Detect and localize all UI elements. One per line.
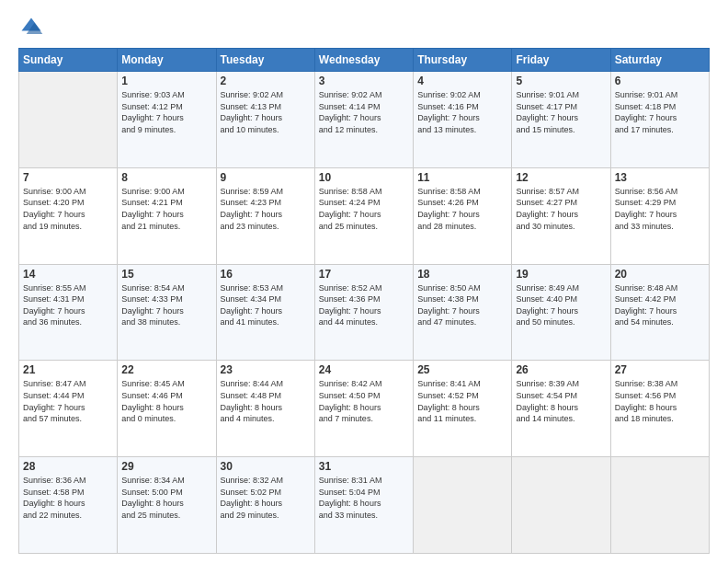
day-cell: 12Sunrise: 8:57 AM Sunset: 4:27 PM Dayli… [512,167,610,264]
day-cell: 10Sunrise: 8:58 AM Sunset: 4:24 PM Dayli… [314,167,413,264]
day-info: Sunrise: 8:39 AM Sunset: 4:54 PM Dayligh… [516,378,606,424]
day-info: Sunrise: 9:02 AM Sunset: 4:14 PM Dayligh… [319,89,409,135]
day-cell: 7Sunrise: 9:00 AM Sunset: 4:20 PM Daylig… [19,167,118,264]
header [18,15,710,40]
day-number: 16 [221,268,311,281]
day-number: 13 [615,171,705,184]
day-info: Sunrise: 9:02 AM Sunset: 4:13 PM Dayligh… [221,89,311,135]
day-cell: 11Sunrise: 8:58 AM Sunset: 4:26 PM Dayli… [414,167,512,264]
day-info: Sunrise: 8:47 AM Sunset: 4:44 PM Dayligh… [23,378,113,424]
day-cell [610,457,709,554]
day-cell: 30Sunrise: 8:32 AM Sunset: 5:02 PM Dayli… [216,457,314,554]
day-info: Sunrise: 8:44 AM Sunset: 4:48 PM Dayligh… [221,378,311,424]
day-number: 24 [319,363,409,376]
day-cell [512,457,610,554]
day-number: 25 [417,363,507,376]
day-number: 17 [319,268,409,281]
day-info: Sunrise: 9:00 AM Sunset: 4:21 PM Dayligh… [121,186,211,232]
day-cell: 13Sunrise: 8:56 AM Sunset: 4:29 PM Dayli… [610,167,709,264]
day-info: Sunrise: 8:34 AM Sunset: 5:00 PM Dayligh… [121,475,211,521]
day-info: Sunrise: 9:01 AM Sunset: 4:17 PM Dayligh… [516,89,606,135]
logo [18,15,48,40]
day-number: 11 [417,171,507,184]
day-info: Sunrise: 8:36 AM Sunset: 4:58 PM Dayligh… [23,475,113,521]
day-info: Sunrise: 8:59 AM Sunset: 4:23 PM Dayligh… [221,186,311,232]
day-cell: 20Sunrise: 8:48 AM Sunset: 4:42 PM Dayli… [610,264,709,361]
day-cell: 8Sunrise: 9:00 AM Sunset: 4:21 PM Daylig… [118,167,216,264]
day-number: 2 [221,75,311,87]
day-number: 5 [516,75,606,87]
day-header-friday: Friday [512,49,610,72]
day-number: 3 [319,75,409,87]
day-cell: 27Sunrise: 8:38 AM Sunset: 4:56 PM Dayli… [610,361,709,457]
day-cell: 1Sunrise: 9:03 AM Sunset: 4:12 PM Daylig… [118,72,216,168]
day-number: 26 [516,363,606,376]
day-info: Sunrise: 8:57 AM Sunset: 4:27 PM Dayligh… [516,186,606,232]
week-row-2: 14Sunrise: 8:55 AM Sunset: 4:31 PM Dayli… [19,264,710,361]
day-info: Sunrise: 8:38 AM Sunset: 4:56 PM Dayligh… [615,378,705,424]
day-cell: 21Sunrise: 8:47 AM Sunset: 4:44 PM Dayli… [19,361,118,457]
day-info: Sunrise: 8:58 AM Sunset: 4:24 PM Dayligh… [319,186,409,232]
day-info: Sunrise: 9:02 AM Sunset: 4:16 PM Dayligh… [417,89,507,135]
day-info: Sunrise: 8:50 AM Sunset: 4:38 PM Dayligh… [417,282,507,328]
day-header-thursday: Thursday [414,49,512,72]
day-cell: 29Sunrise: 8:34 AM Sunset: 5:00 PM Dayli… [118,457,216,554]
day-info: Sunrise: 8:49 AM Sunset: 4:40 PM Dayligh… [516,282,606,328]
day-number: 15 [121,268,211,281]
day-cell: 3Sunrise: 9:02 AM Sunset: 4:14 PM Daylig… [314,72,413,168]
day-number: 9 [221,171,311,184]
day-info: Sunrise: 8:58 AM Sunset: 4:26 PM Dayligh… [417,186,507,232]
day-info: Sunrise: 8:32 AM Sunset: 5:02 PM Dayligh… [221,475,311,521]
day-cell [414,457,512,554]
day-cell: 4Sunrise: 9:02 AM Sunset: 4:16 PM Daylig… [414,72,512,168]
day-number: 1 [121,75,211,87]
day-info: Sunrise: 8:55 AM Sunset: 4:31 PM Dayligh… [23,282,113,328]
day-cell: 28Sunrise: 8:36 AM Sunset: 4:58 PM Dayli… [19,457,118,554]
day-number: 23 [221,363,311,376]
day-number: 8 [121,171,211,184]
week-row-4: 28Sunrise: 8:36 AM Sunset: 4:58 PM Dayli… [19,457,710,554]
day-cell: 31Sunrise: 8:31 AM Sunset: 5:04 PM Dayli… [314,457,413,554]
week-row-0: 1Sunrise: 9:03 AM Sunset: 4:12 PM Daylig… [19,72,710,168]
day-info: Sunrise: 8:48 AM Sunset: 4:42 PM Dayligh… [615,282,705,328]
day-number: 22 [121,363,211,376]
day-number: 10 [319,171,409,184]
day-number: 18 [417,268,507,281]
day-info: Sunrise: 8:31 AM Sunset: 5:04 PM Dayligh… [319,475,409,521]
day-header-tuesday: Tuesday [216,49,314,72]
day-number: 6 [615,75,705,87]
week-row-3: 21Sunrise: 8:47 AM Sunset: 4:44 PM Dayli… [19,361,710,457]
day-number: 4 [417,75,507,87]
day-info: Sunrise: 8:52 AM Sunset: 4:36 PM Dayligh… [319,282,409,328]
day-info: Sunrise: 8:56 AM Sunset: 4:29 PM Dayligh… [615,186,705,232]
day-info: Sunrise: 9:01 AM Sunset: 4:18 PM Dayligh… [615,89,705,135]
day-cell: 16Sunrise: 8:53 AM Sunset: 4:34 PM Dayli… [216,264,314,361]
day-number: 7 [23,171,113,184]
day-cell: 6Sunrise: 9:01 AM Sunset: 4:18 PM Daylig… [610,72,709,168]
day-header-sunday: Sunday [19,49,118,72]
logo-icon [18,15,44,40]
day-number: 19 [516,268,606,281]
day-number: 27 [615,363,705,376]
week-row-1: 7Sunrise: 9:00 AM Sunset: 4:20 PM Daylig… [19,167,710,264]
page: SundayMondayTuesdayWednesdayThursdayFrid… [0,0,728,563]
day-info: Sunrise: 8:45 AM Sunset: 4:46 PM Dayligh… [121,378,211,424]
day-info: Sunrise: 9:03 AM Sunset: 4:12 PM Dayligh… [121,89,211,135]
day-number: 12 [516,171,606,184]
day-cell: 19Sunrise: 8:49 AM Sunset: 4:40 PM Dayli… [512,264,610,361]
day-cell: 2Sunrise: 9:02 AM Sunset: 4:13 PM Daylig… [216,72,314,168]
day-number: 14 [23,268,113,281]
day-cell [19,72,118,168]
day-number: 28 [23,460,113,473]
day-info: Sunrise: 9:00 AM Sunset: 4:20 PM Dayligh… [23,186,113,232]
day-cell: 15Sunrise: 8:54 AM Sunset: 4:33 PM Dayli… [118,264,216,361]
day-info: Sunrise: 8:54 AM Sunset: 4:33 PM Dayligh… [121,282,211,328]
day-cell: 17Sunrise: 8:52 AM Sunset: 4:36 PM Dayli… [314,264,413,361]
day-cell: 23Sunrise: 8:44 AM Sunset: 4:48 PM Dayli… [216,361,314,457]
day-number: 20 [615,268,705,281]
day-number: 29 [121,460,211,473]
header-row: SundayMondayTuesdayWednesdayThursdayFrid… [19,49,710,72]
day-header-wednesday: Wednesday [314,49,413,72]
day-number: 30 [221,460,311,473]
day-cell: 18Sunrise: 8:50 AM Sunset: 4:38 PM Dayli… [414,264,512,361]
